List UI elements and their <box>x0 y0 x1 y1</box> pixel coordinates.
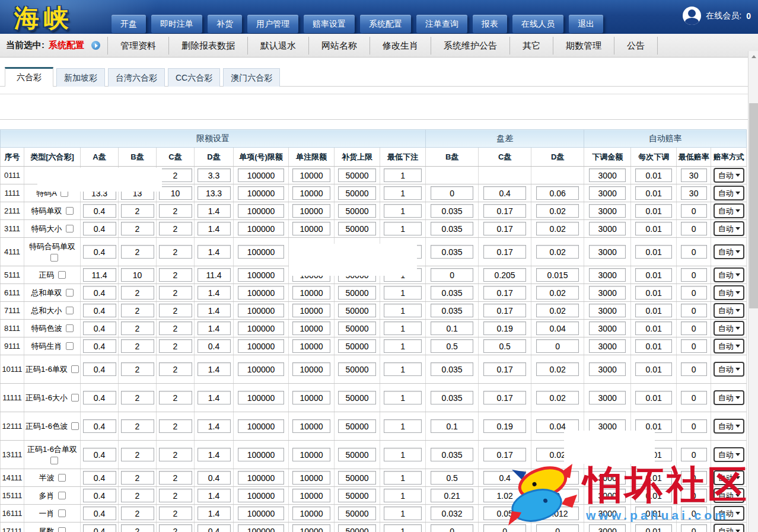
submenu-item[interactable]: 其它 <box>510 37 553 55</box>
odds-mode-select[interactable]: 自动 <box>714 470 744 485</box>
input-d[interactable] <box>198 245 231 259</box>
input-a[interactable] <box>83 204 116 218</box>
row-checkbox[interactable] <box>58 527 66 532</box>
input-min_odds[interactable] <box>681 321 707 335</box>
input-b[interactable] <box>121 204 154 218</box>
input-c[interactable] <box>159 321 192 335</box>
row-checkbox[interactable] <box>66 307 74 314</box>
input-a[interactable] <box>83 245 116 259</box>
input-c[interactable] <box>159 204 192 218</box>
input-pc_c[interactable] <box>483 506 526 520</box>
input-a[interactable] <box>83 286 116 300</box>
input-item_limit[interactable] <box>238 419 284 433</box>
row-checkbox[interactable] <box>66 324 74 332</box>
input-a[interactable] <box>83 471 116 485</box>
nav-button[interactable]: 退出 <box>569 15 603 33</box>
input-restock[interactable] <box>338 339 376 353</box>
odds-mode-select[interactable]: 自动 <box>714 186 744 200</box>
input-b[interactable] <box>121 471 154 485</box>
input-d[interactable] <box>198 362 231 376</box>
input-b[interactable] <box>121 391 154 404</box>
input-pc_d[interactable] <box>536 321 579 335</box>
tab-六合彩[interactable]: 六合彩 <box>5 67 53 87</box>
input-bet_limit[interactable] <box>292 168 330 182</box>
input-c[interactable] <box>159 524 192 532</box>
input-pc_b[interactable] <box>431 448 473 461</box>
input-item_limit[interactable] <box>238 186 284 200</box>
input-a[interactable] <box>83 268 116 282</box>
input-d[interactable] <box>198 222 231 235</box>
input-bet_limit[interactable] <box>292 321 330 335</box>
input-pc_d[interactable] <box>536 524 579 532</box>
input-d[interactable] <box>198 268 231 282</box>
odds-mode-select[interactable]: 自动 <box>714 285 744 300</box>
input-pc_c[interactable] <box>483 339 526 353</box>
input-restock[interactable] <box>338 304 376 317</box>
input-min_odds[interactable] <box>681 524 707 532</box>
input-min_bet[interactable] <box>384 448 422 461</box>
input-pc_c[interactable] <box>483 268 526 282</box>
input-b[interactable] <box>121 268 154 282</box>
input-pc_b[interactable] <box>431 489 473 502</box>
input-bet_limit[interactable] <box>292 362 330 376</box>
row-checkbox[interactable] <box>58 271 66 279</box>
input-down[interactable] <box>589 391 626 404</box>
input-down[interactable] <box>589 168 626 182</box>
input-min_bet[interactable] <box>384 339 422 353</box>
input-min_bet[interactable] <box>384 506 422 520</box>
submenu-item[interactable]: 删除报表数据 <box>169 37 248 55</box>
input-a[interactable] <box>83 448 116 461</box>
input-step[interactable] <box>635 204 672 218</box>
input-bet_limit[interactable] <box>292 186 330 200</box>
nav-button[interactable]: 报表 <box>473 15 507 33</box>
input-item_limit[interactable] <box>238 471 284 485</box>
input-restock[interactable] <box>338 362 376 376</box>
input-pc_b[interactable] <box>431 186 473 200</box>
input-step[interactable] <box>635 391 672 404</box>
input-b[interactable] <box>121 419 154 433</box>
tab-台湾六合彩[interactable]: 台湾六合彩 <box>108 68 165 87</box>
submenu-item[interactable]: 网站名称 <box>309 37 370 55</box>
input-down[interactable] <box>589 186 626 200</box>
input-min_odds[interactable] <box>681 339 707 353</box>
input-min_bet[interactable] <box>384 168 422 182</box>
scroll-up-arrow-icon[interactable] <box>749 52 758 61</box>
input-c[interactable] <box>159 362 192 376</box>
input-b[interactable] <box>121 506 154 520</box>
input-restock[interactable] <box>338 391 376 404</box>
tab-澳门六合彩[interactable]: 澳门六合彩 <box>223 68 280 87</box>
input-down[interactable] <box>589 339 626 353</box>
input-a[interactable] <box>83 339 116 353</box>
input-pc_c[interactable] <box>483 524 526 532</box>
input-item_limit[interactable] <box>238 321 284 335</box>
nav-button[interactable]: 赔率设置 <box>304 15 355 33</box>
input-pc_c[interactable] <box>483 286 526 300</box>
input-step[interactable] <box>635 489 672 502</box>
input-d[interactable] <box>198 489 231 502</box>
input-down[interactable] <box>589 524 626 532</box>
row-checkbox[interactable] <box>71 365 79 373</box>
odds-mode-select[interactable]: 自动 <box>714 524 744 532</box>
input-item_limit[interactable] <box>238 222 284 235</box>
input-d[interactable] <box>198 304 231 317</box>
input-pc_b[interactable] <box>431 419 473 433</box>
row-checkbox[interactable] <box>50 254 58 262</box>
input-restock[interactable] <box>338 471 376 485</box>
input-c[interactable] <box>159 245 192 259</box>
input-pc_b[interactable] <box>431 506 473 520</box>
input-pc_c[interactable] <box>483 204 526 218</box>
input-step[interactable] <box>635 339 672 353</box>
input-pc_b[interactable] <box>431 286 473 300</box>
row-checkbox[interactable] <box>58 474 66 482</box>
input-step[interactable] <box>635 222 672 235</box>
submenu-item[interactable]: 修改生肖 <box>370 37 431 55</box>
input-restock[interactable] <box>338 321 376 335</box>
input-pc_b[interactable] <box>431 245 473 259</box>
input-restock[interactable] <box>338 506 376 520</box>
input-bet_limit[interactable] <box>292 204 330 218</box>
input-pc_c[interactable] <box>483 304 526 317</box>
input-b[interactable] <box>121 362 154 376</box>
input-min_bet[interactable] <box>384 304 422 317</box>
input-restock[interactable] <box>338 419 376 433</box>
input-min_odds[interactable] <box>681 268 707 282</box>
